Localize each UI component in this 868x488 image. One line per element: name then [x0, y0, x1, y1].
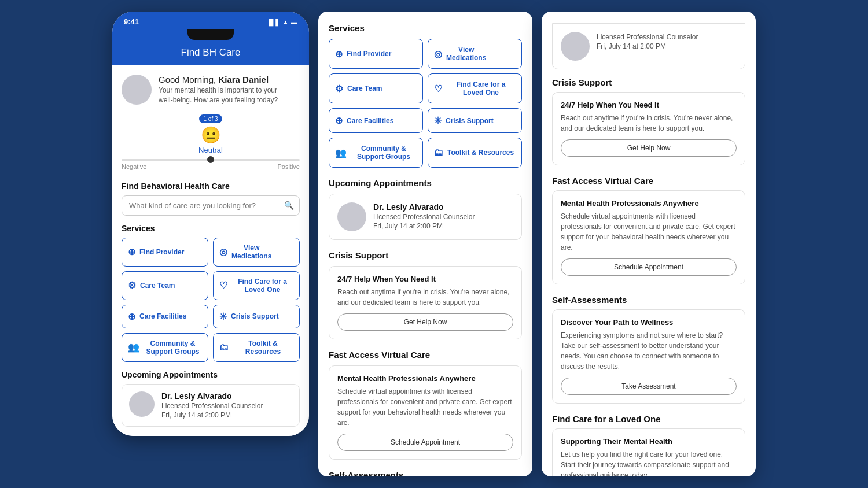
mid-service-care-facilities-label: Care Facilities	[347, 117, 393, 125]
service-care-team-label: Care Team	[140, 282, 175, 290]
right-find-care-loved-section: Find Care for a Loved One Supporting The…	[552, 414, 745, 476]
right-appt-card: Licensed Professional Counselor Fri, Jul…	[552, 23, 745, 69]
mid-care-team-icon: ⚙	[335, 83, 343, 94]
right-crisis-card-title: 24/7 Help When You Need It	[561, 101, 737, 109]
right-find-care-loved-card-desc: Let us help you find the right care for …	[561, 449, 737, 476]
phone-frame: 9:41 ▐▌▌ ▲ ▬ Find BH Care Good Morning, …	[112, 12, 309, 436]
status-icons: ▐▌▌ ▲ ▬	[267, 19, 297, 25]
phone-notch	[112, 29, 309, 42]
service-view-medications[interactable]: ◎ ViewMedications	[213, 238, 300, 267]
greeting-sub: Your mental health is important to your …	[159, 86, 300, 105]
middle-panel: Services ⊕ Find Provider ◎ ViewMedicatio…	[318, 12, 532, 476]
mid-service-care-facilities[interactable]: ⊕ Care Facilities	[329, 108, 423, 133]
right-fast-access-btn[interactable]: Schedule Appointment	[561, 258, 737, 276]
right-fast-access-section: Fast Access Virtual Care Mental Health P…	[552, 176, 745, 284]
mid-find-care-loved-icon: ♡	[434, 83, 442, 94]
middle-fast-access-card-desc: Schedule virtual appointments with licen…	[337, 386, 513, 428]
mid-service-care-team[interactable]: ⚙ Care Team	[329, 73, 423, 103]
service-care-facilities[interactable]: ⊕ Care Facilities	[122, 305, 208, 328]
middle-crisis-card: 24/7 Help When You Need It Reach out any…	[329, 266, 522, 339]
mid-service-find-care-loved[interactable]: ♡ Find Care for a Loved One	[428, 73, 522, 103]
right-appt-info: Licensed Professional Counselor Fri, Jul…	[597, 32, 698, 50]
community-groups-icon: 👥	[128, 342, 139, 353]
right-fast-access-card-desc: Schedule virtual appointments with licen…	[561, 211, 737, 253]
search-box-wrap: 🔍	[122, 195, 300, 216]
right-crisis-title: Crisis Support	[552, 77, 745, 87]
middle-crisis-title: Crisis Support	[329, 250, 522, 260]
middle-appt-card: Dr. Lesly Alvarado Licensed Professional…	[329, 194, 522, 240]
care-facilities-icon: ⊕	[128, 311, 135, 322]
right-crisis-card: 24/7 Help When You Need It Reach out any…	[552, 92, 745, 165]
mid-view-medications-icon: ◎	[434, 49, 442, 60]
right-self-assess-btn[interactable]: Take Assessment	[561, 378, 737, 395]
mood-emoji: 😐	[201, 125, 221, 145]
middle-crisis-card-desc: Reach out anytime if you're in crisis. Y…	[337, 287, 513, 308]
right-appt-time: Fri, July 14 at 2:00 PM	[597, 42, 698, 50]
mid-toolkit-resources-icon: 🗂	[434, 147, 443, 158]
right-panel: Licensed Professional Counselor Fri, Jul…	[542, 12, 756, 476]
right-self-assess-card-desc: Experiencing symptoms and not sure where…	[561, 330, 737, 372]
mid-service-community-groups[interactable]: 👥 Community & Support Groups	[329, 138, 423, 168]
right-fast-access-card: Mental Health Professionals Anywhere Sch…	[552, 190, 745, 284]
mid-community-groups-icon: 👥	[335, 147, 347, 158]
phone-content: Good Morning, Kiara Daniel Your mental h…	[112, 65, 309, 436]
right-self-assess-title: Self-Assessments	[552, 295, 745, 305]
find-provider-icon: ⊕	[128, 246, 135, 257]
greeting-prefix: Good Morning,	[159, 75, 216, 84]
phone-appointment-card: Dr. Lesly Alvarado Licensed Professional…	[122, 384, 300, 427]
right-appt-role: Licensed Professional Counselor	[597, 33, 698, 41]
right-crisis-card-desc: Reach out anytime if you're in crisis. Y…	[561, 113, 737, 134]
phone-header: Find BH Care	[112, 42, 309, 65]
middle-crisis-btn[interactable]: Get Help Now	[337, 313, 513, 331]
right-self-assess-card-title: Discover Your Path to Wellness	[561, 318, 737, 327]
mid-service-find-provider[interactable]: ⊕ Find Provider	[329, 39, 423, 69]
middle-crisis-card-title: 24/7 Help When You Need It	[337, 275, 513, 283]
notch	[187, 29, 234, 40]
mid-service-find-provider-label: Find Provider	[347, 50, 391, 58]
service-crisis-support[interactable]: ✳ Crisis Support	[213, 305, 300, 328]
service-find-care-loved-label: Find Care for a Loved One	[231, 278, 293, 294]
mood-label: Neutral	[198, 146, 223, 154]
service-view-medications-label: ViewMedications	[231, 244, 271, 260]
service-toolkit-resources[interactable]: 🗂 Toolkit & Resources	[213, 333, 300, 362]
mood-positive-label: Positive	[277, 163, 300, 170]
middle-appt-title: Upcoming Appointments	[329, 178, 522, 188]
mid-crisis-support-icon: ✳	[434, 115, 442, 126]
greeting-text: Good Morning, Kiara Daniel Your mental h…	[159, 75, 300, 105]
phone-appt-role: Licensed Professional Counselor	[161, 402, 263, 410]
middle-appt-info: Dr. Lesly Alvarado Licensed Professional…	[373, 202, 475, 230]
crisis-support-icon: ✳	[219, 311, 227, 322]
right-crisis-section: Crisis Support 24/7 Help When You Need I…	[552, 77, 745, 165]
middle-services-grid: ⊕ Find Provider ◎ ViewMedications ⚙ Care…	[329, 39, 522, 168]
right-crisis-btn[interactable]: Get Help Now	[561, 139, 737, 157]
right-self-assess-card: Discover Your Path to Wellness Experienc…	[552, 309, 745, 404]
mid-service-care-team-label: Care Team	[347, 84, 382, 93]
service-care-team[interactable]: ⚙ Care Team	[122, 271, 208, 300]
search-input[interactable]	[122, 195, 300, 216]
mid-find-provider-icon: ⊕	[335, 49, 343, 60]
mood-slider[interactable]: Negative Positive	[122, 159, 300, 170]
service-crisis-support-label: Crisis Support	[231, 312, 279, 320]
battery-icon: ▬	[291, 19, 297, 25]
care-team-icon: ⚙	[128, 280, 136, 291]
greeting-line: Good Morning, Kiara Daniel	[159, 75, 300, 84]
middle-appt-name: Dr. Lesly Alvarado	[373, 202, 475, 212]
service-find-care-loved[interactable]: ♡ Find Care for a Loved One	[213, 271, 300, 300]
service-community-groups-label: Community & Support Groups	[144, 339, 202, 356]
service-toolkit-resources-label: Toolkit & Resources	[233, 339, 293, 356]
middle-fast-access-card-title: Mental Health Professionals Anywhere	[337, 374, 513, 383]
mood-track	[122, 159, 300, 161]
view-medications-icon: ◎	[219, 246, 227, 257]
service-community-groups[interactable]: 👥 Community & Support Groups	[122, 333, 208, 362]
search-icon: 🔍	[284, 201, 294, 210]
mid-service-crisis-support[interactable]: ✳ Crisis Support	[428, 108, 522, 133]
middle-self-assess-title: Self-Assessments	[329, 470, 522, 476]
find-care-loved-icon: ♡	[219, 280, 227, 291]
mid-service-toolkit-resources[interactable]: 🗂 Toolkit & Resources	[428, 138, 522, 168]
user-name: Kiara Daniel	[218, 75, 269, 84]
phone-appt-time: Fri, July 14 at 2:00 PM	[161, 411, 263, 419]
service-find-provider[interactable]: ⊕ Find Provider	[122, 238, 208, 267]
right-find-care-loved-card-title: Supporting Their Mental Health	[561, 437, 737, 446]
mid-service-view-medications[interactable]: ◎ ViewMedications	[428, 39, 522, 69]
middle-fast-access-btn[interactable]: Schedule Appointment	[337, 434, 513, 451]
